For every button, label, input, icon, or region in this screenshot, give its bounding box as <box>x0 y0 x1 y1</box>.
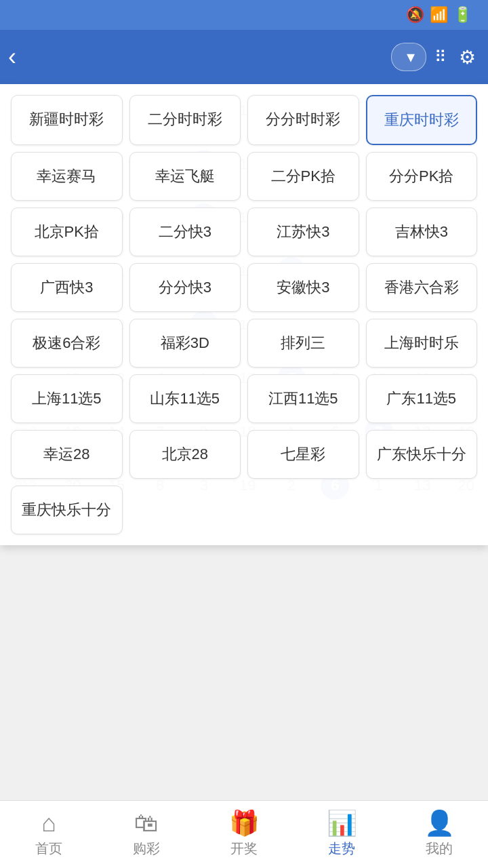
nav-icon: 📊 <box>327 811 357 835</box>
dropdown-item[interactable]: 江西11选5 <box>247 374 359 423</box>
dropdown-overlay: 新疆时时彩二分时时彩分分时时彩重庆时时彩幸运赛马幸运飞艇二分PK拾分分PK拾北京… <box>0 84 488 545</box>
gear-icon: ⚙ <box>459 46 476 68</box>
dropdown-item[interactable]: 山东11选5 <box>129 374 241 423</box>
battery-icon: 🔋 <box>453 6 472 24</box>
dropdown-grid: 新疆时时彩二分时时彩分分时时彩重庆时时彩幸运赛马幸运飞艇二分PK拾分分PK拾北京… <box>11 95 477 534</box>
nav-label: 购彩 <box>133 840 160 858</box>
dropdown-item[interactable]: 吉林快3 <box>366 208 478 256</box>
dropdown-item[interactable]: 广东快乐十分 <box>366 430 478 479</box>
dropdown-item[interactable]: 幸运赛马 <box>11 152 123 201</box>
header: ‹ ▾ ⠿ ⚙ <box>0 30 488 84</box>
dropdown-item[interactable]: 分分PK拾 <box>366 152 478 201</box>
nav-item-购彩[interactable]: 🛍购彩 <box>98 801 195 868</box>
dropdown-item[interactable]: 广西快3 <box>11 263 123 312</box>
dropdown-item[interactable]: 香港六合彩 <box>366 263 478 312</box>
dropdown-item[interactable]: 上海11选5 <box>11 374 123 423</box>
grid-icon: ⠿ <box>434 47 447 66</box>
back-button[interactable]: ‹ <box>8 43 16 71</box>
nav-icon: 🎁 <box>229 811 260 835</box>
dropdown-item[interactable]: 重庆时时彩 <box>366 95 478 145</box>
dropdown-item[interactable]: 二分时时彩 <box>129 95 241 145</box>
dropdown-item[interactable]: 北京PK拾 <box>11 208 123 256</box>
dropdown-item[interactable]: 分分时时彩 <box>247 95 359 145</box>
dropdown-item[interactable]: 二分快3 <box>129 208 241 256</box>
dropdown-item[interactable]: 幸运飞艇 <box>129 152 241 201</box>
dropdown-item[interactable]: 安徽快3 <box>247 263 359 312</box>
mute-icon: 🔕 <box>406 6 424 24</box>
chevron-down-icon: ▾ <box>407 47 415 66</box>
nav-icon: 👤 <box>424 811 455 835</box>
status-icons: 🔕 📶 🔋 <box>406 6 477 24</box>
dropdown-item[interactable]: 二分PK拾 <box>247 152 359 201</box>
dropdown-item[interactable]: 福彩3D <box>129 319 241 368</box>
dropdown-item[interactable]: 七星彩 <box>247 430 359 479</box>
dropdown-item[interactable]: 新疆时时彩 <box>11 95 123 145</box>
nav-item-开奖[interactable]: 🎁开奖 <box>195 801 293 868</box>
nav-item-我的[interactable]: 👤我的 <box>390 801 488 868</box>
nav-item-首页[interactable]: ⌂首页 <box>0 801 98 868</box>
dropdown-item[interactable]: 上海时时乐 <box>366 319 478 368</box>
assistant-button[interactable]: ⚙ <box>459 46 480 68</box>
nav-icon: ⌂ <box>41 811 56 835</box>
nav-label: 首页 <box>35 840 62 858</box>
dropdown-item[interactable]: 重庆快乐十分 <box>11 486 123 534</box>
dropdown-button[interactable]: ▾ <box>391 43 426 71</box>
status-bar: 🔕 📶 🔋 <box>0 0 488 30</box>
nav-icon: 🛍 <box>134 811 159 835</box>
dropdown-item[interactable]: 广东11选5 <box>366 374 478 423</box>
dropdown-item[interactable]: 幸运28 <box>11 430 123 479</box>
dropdown-item[interactable]: 江苏快3 <box>247 208 359 256</box>
bottom-nav: ⌂首页🛍购彩🎁开奖📊走势👤我的 <box>0 800 488 868</box>
dropdown-item[interactable]: 排列三 <box>247 319 359 368</box>
caizhi-button[interactable]: ⠿ <box>434 47 451 66</box>
dropdown-item[interactable]: 北京28 <box>129 430 241 479</box>
dropdown-item[interactable]: 极速6合彩 <box>11 319 123 368</box>
nav-label: 我的 <box>426 840 453 858</box>
wifi-icon: 📶 <box>430 6 448 24</box>
nav-label: 走势 <box>328 840 355 858</box>
dropdown-item[interactable]: 分分快3 <box>129 263 241 312</box>
nav-item-走势[interactable]: 📊走势 <box>293 801 390 868</box>
nav-label: 开奖 <box>230 840 258 858</box>
